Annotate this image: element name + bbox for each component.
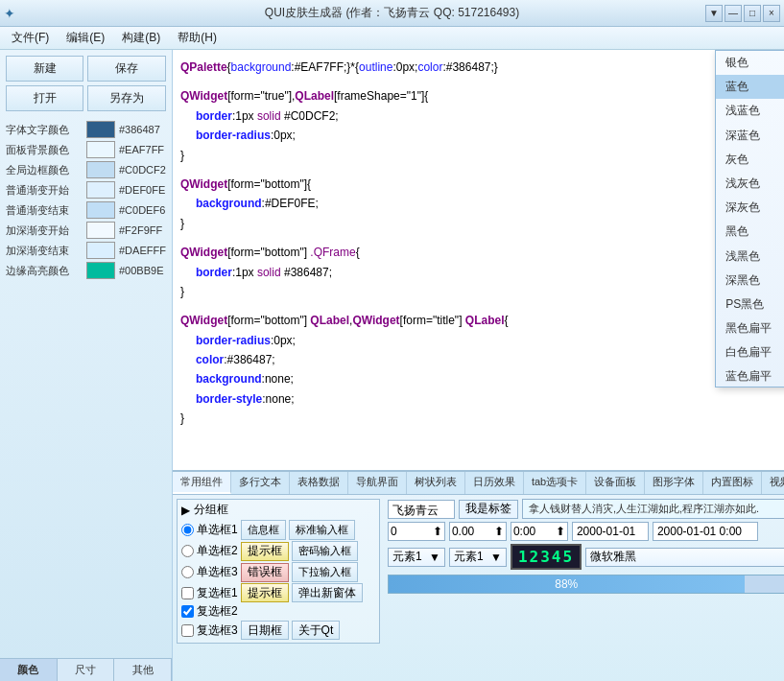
- minimize-btn[interactable]: —: [725, 5, 742, 22]
- check-row-1: 复选框1 提示框 弹出新窗体: [181, 583, 375, 602]
- pwd-input-button[interactable]: 密码输入框: [292, 541, 358, 561]
- dropdown-item-darkgray[interactable]: 深灰色: [716, 196, 784, 220]
- radio-label-1: 单选框1: [197, 522, 238, 538]
- radio-row-1: 单选框1 信息框 标准输入框: [181, 520, 375, 540]
- checkbox-1[interactable]: [181, 587, 194, 599]
- progress-fill: 88%: [389, 575, 745, 593]
- tab-size[interactable]: 尺寸: [58, 659, 115, 681]
- checkbox-2[interactable]: [181, 605, 194, 618]
- check-row-3: 复选框3 日期框 关于Qt: [181, 621, 375, 640]
- dropdown-btn[interactable]: ▼: [705, 5, 723, 22]
- color-swatch-grad-end[interactable]: [86, 201, 115, 219]
- action-buttons: 新建 保存 打开 另存为: [0, 50, 172, 117]
- dropdown-item-black[interactable]: 黑色: [716, 220, 784, 244]
- group-title: ▶ 分组框: [181, 502, 375, 518]
- color-swatch-grad-start[interactable]: [86, 181, 115, 199]
- dropdown-item-flatblue[interactable]: 蓝色扁平: [716, 364, 784, 387]
- color-value-panel: #EAF7FF: [119, 144, 164, 155]
- about-button[interactable]: 关于Qt: [292, 621, 341, 640]
- dropdown-item-lightblue[interactable]: 浅蓝色: [716, 99, 784, 123]
- combo-2[interactable]: 元素1 ▼: [449, 548, 507, 567]
- maximize-btn[interactable]: □: [744, 5, 761, 22]
- date-button[interactable]: 日期框: [241, 621, 289, 640]
- open-button[interactable]: 打开: [6, 85, 83, 111]
- new-button[interactable]: 新建: [6, 56, 83, 82]
- spin-3[interactable]: 0:00 ⬆: [511, 522, 568, 541]
- radio-2[interactable]: [181, 545, 194, 557]
- error-button[interactable]: 错误框: [241, 563, 289, 582]
- comp-tab-font[interactable]: 图形字体: [645, 472, 703, 494]
- code-block-1: QPalette{background:#EAF7FF;}*{outline:0…: [180, 58, 784, 77]
- color-label-deep-start: 加深渐变开始: [6, 223, 83, 238]
- popup-button[interactable]: 弹出新窗体: [292, 583, 363, 602]
- color-label-panel: 面板背景颜色: [6, 143, 83, 157]
- comp-tab-table[interactable]: 表格数据: [290, 472, 348, 494]
- comp-tab-video[interactable]: 视频监控: [762, 472, 784, 494]
- radio-1[interactable]: [181, 524, 194, 536]
- color-swatch-deep-start[interactable]: [86, 222, 115, 239]
- dropdown-item-darkblack[interactable]: 深黑色: [716, 269, 784, 293]
- menu-edit[interactable]: 编辑(E): [59, 29, 112, 48]
- group-box: ▶ 分组框 单选框1 信息框 标准输入框 单选框2 提示框: [177, 499, 380, 644]
- comp-tab-nav[interactable]: 导航界面: [348, 472, 407, 494]
- menu-build[interactable]: 构建(B): [114, 29, 168, 48]
- comp-tab-calendar[interactable]: 日历效果: [465, 472, 524, 494]
- comp-tab-multiline[interactable]: 多行文本: [231, 472, 290, 494]
- dropdown-item-lightblack[interactable]: 浅黑色: [716, 245, 784, 269]
- font-combo[interactable]: 微软雅黑 ▼: [585, 548, 784, 567]
- code-block-5: QWidget[form="bottom"] QLabel,QWidget[fo…: [180, 311, 784, 428]
- checkbox-3[interactable]: [181, 624, 194, 637]
- color-swatch-font[interactable]: [86, 121, 115, 138]
- tab-other[interactable]: 其他: [114, 659, 172, 681]
- color-row-font: 字体文字颜色 #386487: [6, 121, 166, 138]
- radio-row-2: 单选框2 提示框 密码输入框: [181, 541, 375, 561]
- color-label-font: 字体文字颜色: [6, 123, 83, 137]
- color-label-deep-end: 加深渐变结束: [6, 244, 83, 258]
- spin-2[interactable]: 0.00 ⬆: [449, 522, 507, 541]
- dropdown-item-blue[interactable]: 蓝色: [716, 75, 784, 99]
- save-button[interactable]: 保存: [87, 56, 165, 82]
- dropdown-item-flatwhite[interactable]: 白色扁平: [716, 340, 784, 364]
- info-button[interactable]: 信息框: [241, 520, 286, 540]
- color-value-font: #386487: [119, 124, 160, 135]
- comp-tab-tabwidget[interactable]: tab选项卡: [524, 472, 586, 494]
- comp-tab-device[interactable]: 设备面板: [586, 472, 645, 494]
- spin-1[interactable]: 0 ⬆: [388, 522, 445, 541]
- comp-tab-tree[interactable]: 树状列表: [407, 472, 465, 494]
- color-swatch-deep-end[interactable]: [86, 242, 115, 259]
- hint-button[interactable]: 提示框: [241, 542, 289, 561]
- hint-button-2[interactable]: 提示框: [241, 583, 289, 602]
- combo-1[interactable]: 元素1 ▼: [388, 548, 445, 567]
- color-swatch-border[interactable]: [86, 161, 115, 178]
- menu-help[interactable]: 帮助(H): [170, 29, 225, 48]
- radio-3[interactable]: [181, 566, 194, 578]
- component-tabs: 常用组件 多行文本 表格数据 导航界面 树状列表 日历效果 tab选项卡 设备面…: [173, 472, 784, 495]
- dropdown-item-silver[interactable]: 银色: [716, 51, 784, 75]
- dropdown-item-gray[interactable]: 灰色: [716, 148, 784, 172]
- menu-file[interactable]: 文件(F): [4, 29, 57, 48]
- color-value-deep-end: #DAEFFF: [119, 245, 166, 256]
- save-as-button[interactable]: 另存为: [87, 85, 165, 111]
- close-btn[interactable]: ×: [763, 5, 780, 22]
- dropdown-input-button[interactable]: 下拉输入框: [292, 562, 358, 582]
- dropdown-item-flatblack[interactable]: 黑色扁平: [716, 317, 784, 340]
- comp-row-1: 飞扬青云 我是标签 拿人钱财替人消灾,人生江湖如此,程序江湖亦如此.: [388, 499, 784, 519]
- dropdown-item-lightgray[interactable]: 浅灰色: [716, 172, 784, 196]
- color-swatch-highlight[interactable]: [86, 262, 115, 279]
- dropdown-item-psblack[interactable]: PS黑色: [716, 293, 784, 317]
- comp-tab-icon[interactable]: 内置图标: [703, 472, 762, 494]
- radio-row-3: 单选框3 错误框 下拉输入框: [181, 562, 375, 582]
- color-value-highlight: #00BB9E: [119, 265, 163, 276]
- std-input-button[interactable]: 标准输入框: [289, 520, 355, 540]
- color-value-deep-start: #F2F9FF: [119, 224, 162, 236]
- color-value-border: #C0DCF2: [119, 164, 166, 176]
- datetime-picker[interactable]: 2000-01-01 0:00: [653, 522, 758, 541]
- color-swatch-panel[interactable]: [86, 141, 115, 158]
- tab-color[interactable]: 颜色: [0, 659, 58, 681]
- radio-label-3: 单选框3: [197, 564, 238, 580]
- date-picker-1[interactable]: 2000-01-01: [572, 522, 649, 541]
- dropdown-list: 银色 蓝色 浅蓝色 深蓝色 灰色 浅灰色 深灰色 黑色 浅黑色 深黑色 PS黑色…: [716, 51, 784, 387]
- lcd-display: 12345: [511, 544, 582, 570]
- dropdown-item-darkblue[interactable]: 深蓝色: [716, 124, 784, 148]
- comp-tab-common[interactable]: 常用组件: [173, 472, 231, 494]
